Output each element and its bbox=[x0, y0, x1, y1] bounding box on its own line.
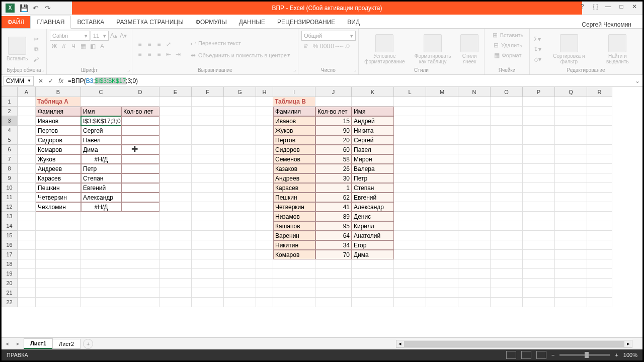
cell-F14[interactable] bbox=[192, 221, 224, 231]
decrease-font-button[interactable]: A▾ bbox=[119, 31, 128, 40]
column-header-O[interactable]: O bbox=[491, 87, 523, 97]
format-painter-button[interactable]: 🖌 bbox=[32, 55, 41, 64]
cell-P7[interactable] bbox=[523, 154, 555, 164]
cell-F21[interactable] bbox=[192, 288, 224, 298]
cell-G18[interactable] bbox=[224, 259, 256, 269]
cell-Q21[interactable] bbox=[555, 288, 587, 298]
cell-B10[interactable]: Пешкин bbox=[36, 183, 81, 193]
cell-M20[interactable] bbox=[426, 279, 458, 288]
cell-I4[interactable]: Жуков bbox=[273, 126, 315, 135]
cell-F11[interactable] bbox=[192, 193, 224, 202]
cell-P6[interactable] bbox=[523, 145, 555, 154]
cell-O8[interactable] bbox=[491, 164, 523, 173]
cell-N7[interactable] bbox=[458, 154, 491, 164]
cell-F17[interactable] bbox=[192, 250, 224, 259]
cell-F15[interactable] bbox=[192, 231, 224, 240]
cell-N2[interactable] bbox=[458, 107, 491, 116]
cell-J4[interactable]: 90 bbox=[315, 126, 352, 135]
cell-N5[interactable] bbox=[458, 135, 491, 145]
cell-J11[interactable]: 62 bbox=[315, 193, 352, 202]
cell-J22[interactable] bbox=[315, 298, 352, 307]
cell-K3[interactable]: Андрей bbox=[352, 116, 394, 126]
align-right-button[interactable]: ≡ bbox=[154, 50, 164, 59]
cell-A6[interactable] bbox=[18, 145, 36, 154]
cell-G2[interactable] bbox=[224, 107, 256, 116]
cell-A9[interactable] bbox=[18, 173, 36, 183]
cell-E17[interactable] bbox=[159, 250, 192, 259]
cell-M6[interactable] bbox=[426, 145, 458, 154]
cell-K14[interactable]: Кирилл bbox=[352, 221, 394, 231]
row-headers[interactable]: 12345678910111213141516171819202122 bbox=[2, 97, 18, 337]
cell-E14[interactable] bbox=[159, 221, 192, 231]
copy-button[interactable]: ⧉ bbox=[32, 45, 41, 54]
cell-L16[interactable] bbox=[394, 240, 426, 250]
cell-P16[interactable] bbox=[523, 240, 555, 250]
cell-A13[interactable] bbox=[18, 212, 36, 221]
row-header-6[interactable]: 6 bbox=[2, 145, 18, 154]
cell-Q19[interactable] bbox=[555, 269, 587, 279]
cell-M16[interactable] bbox=[426, 240, 458, 250]
cell-E12[interactable] bbox=[159, 202, 192, 212]
tab-insert[interactable]: ВСТАВКА bbox=[71, 16, 110, 28]
cell-D5[interactable] bbox=[121, 135, 159, 145]
cell-C18[interactable] bbox=[81, 259, 121, 269]
cell-O19[interactable] bbox=[491, 269, 523, 279]
cell-O11[interactable] bbox=[491, 193, 523, 202]
cell-C14[interactable] bbox=[81, 221, 121, 231]
cell-K17[interactable]: Дима bbox=[352, 250, 394, 259]
cell-Q18[interactable] bbox=[555, 259, 587, 269]
cell-R14[interactable] bbox=[587, 221, 612, 231]
cell-O6[interactable] bbox=[491, 145, 523, 154]
cell-G13[interactable] bbox=[224, 212, 256, 221]
cell-A1[interactable] bbox=[18, 97, 36, 107]
sheet-tab-2[interactable]: Лист2 bbox=[52, 339, 80, 349]
cell-H1[interactable] bbox=[256, 97, 273, 107]
cell-D8[interactable] bbox=[121, 164, 159, 173]
zoom-out-button[interactable]: − bbox=[551, 352, 554, 358]
cell-J9[interactable]: 30 bbox=[315, 173, 352, 183]
cell-Q12[interactable] bbox=[555, 202, 587, 212]
cell-Q8[interactable] bbox=[555, 164, 587, 173]
cell-B13[interactable] bbox=[36, 212, 81, 221]
cell-M17[interactable] bbox=[426, 250, 458, 259]
cell-K2[interactable]: Имя bbox=[352, 107, 394, 116]
cell-N20[interactable] bbox=[458, 279, 491, 288]
row-header-18[interactable]: 18 bbox=[2, 259, 18, 269]
cell-G12[interactable] bbox=[224, 202, 256, 212]
cell-I9[interactable]: Андреев bbox=[273, 173, 315, 183]
cell-K18[interactable] bbox=[352, 259, 394, 269]
cell-P5[interactable] bbox=[523, 135, 555, 145]
cell-P8[interactable] bbox=[523, 164, 555, 173]
cell-F9[interactable] bbox=[192, 173, 224, 183]
cell-H8[interactable] bbox=[256, 164, 273, 173]
cell-I2[interactable]: Фамилия bbox=[273, 107, 315, 116]
cell-G3[interactable] bbox=[224, 116, 256, 126]
cell-R18[interactable] bbox=[587, 259, 612, 269]
column-header-G[interactable]: G bbox=[224, 87, 256, 97]
decrease-decimal-button[interactable]: ←.0 bbox=[340, 42, 349, 51]
cell-K4[interactable]: Никита bbox=[352, 126, 394, 135]
font-size-combo[interactable]: 11▾ bbox=[91, 31, 109, 41]
cell-L7[interactable] bbox=[394, 154, 426, 164]
cell-L21[interactable] bbox=[394, 288, 426, 298]
cell-N1[interactable] bbox=[458, 97, 491, 107]
column-header-D[interactable]: D bbox=[121, 87, 159, 97]
cell-B12[interactable]: Чехломин bbox=[36, 202, 81, 212]
cell-J16[interactable]: 34 bbox=[315, 240, 352, 250]
cell-R7[interactable] bbox=[587, 154, 612, 164]
cell-B17[interactable] bbox=[36, 250, 81, 259]
column-header-M[interactable]: M bbox=[426, 87, 458, 97]
zoom-in-button[interactable]: + bbox=[615, 352, 618, 358]
cell-B22[interactable] bbox=[36, 298, 81, 307]
cell-R15[interactable] bbox=[587, 231, 612, 240]
cell-J13[interactable]: 89 bbox=[315, 212, 352, 221]
cell-I22[interactable] bbox=[273, 298, 315, 307]
cell-F19[interactable] bbox=[192, 269, 224, 279]
cell-K11[interactable]: Евгений bbox=[352, 193, 394, 202]
tab-review[interactable]: РЕЦЕНЗИРОВАНИЕ bbox=[271, 16, 341, 28]
horizontal-scrollbar[interactable]: ◂▸ bbox=[396, 340, 632, 348]
cell-P18[interactable] bbox=[523, 259, 555, 269]
bold-button[interactable]: Ж bbox=[50, 42, 59, 51]
cell-G20[interactable] bbox=[224, 279, 256, 288]
cell-K7[interactable]: Мирон bbox=[352, 154, 394, 164]
